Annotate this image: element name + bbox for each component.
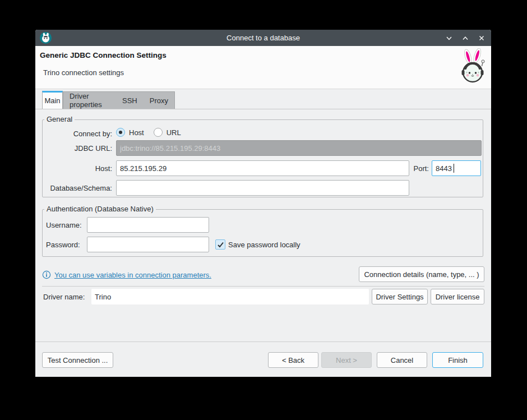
- database-label: Database/Schema:: [43, 184, 112, 192]
- maximize-button[interactable]: [461, 34, 469, 42]
- connection-details-button[interactable]: Connection details (name, type, ... ): [359, 266, 484, 282]
- check-icon: [217, 241, 224, 248]
- page-title: Generic JDBC Connection Settings: [40, 51, 167, 59]
- text-caret: [454, 164, 454, 173]
- chevron-up-icon: [461, 34, 469, 42]
- auth-legend: Authentication (Database Native): [44, 205, 156, 213]
- variables-link[interactable]: You can use variables in connection para…: [54, 271, 211, 279]
- finish-button[interactable]: Finish: [432, 352, 483, 368]
- back-button[interactable]: < Back: [268, 352, 318, 368]
- username-label: Username:: [46, 221, 82, 229]
- url-radio[interactable]: [154, 128, 163, 137]
- host-input[interactable]: [116, 160, 409, 176]
- driver-name-field: [91, 289, 369, 304]
- database-input[interactable]: [116, 180, 409, 196]
- tab-ssh[interactable]: SSH: [116, 92, 144, 109]
- close-button[interactable]: [477, 34, 486, 42]
- host-radio[interactable]: [116, 128, 125, 137]
- minimize-button[interactable]: [445, 34, 453, 42]
- jdbc-url-label: JDBC URL:: [43, 144, 112, 153]
- chevron-down-icon: [445, 34, 453, 42]
- tab-driver-properties[interactable]: Driver properties: [63, 92, 116, 109]
- driver-settings-button[interactable]: Driver Settings: [372, 289, 428, 304]
- next-button: Next >: [321, 352, 372, 368]
- connect-database-dialog: Connect to a database Generic JDBC Conne…: [35, 30, 491, 377]
- save-password-checkbox[interactable]: [215, 239, 225, 250]
- save-password-label[interactable]: Save password locally: [228, 241, 301, 249]
- trino-bunny-logo-icon: [457, 48, 488, 84]
- username-input[interactable]: [87, 217, 209, 233]
- general-legend: General: [44, 115, 75, 123]
- host-label: Host:: [43, 164, 112, 173]
- tab-main[interactable]: Main: [42, 91, 63, 109]
- divider: [42, 286, 484, 287]
- driver-license-button[interactable]: Driver license: [431, 289, 484, 304]
- title-bar[interactable]: Connect to a database: [35, 30, 491, 46]
- info-icon: [42, 270, 51, 279]
- footer-divider: [35, 341, 491, 342]
- tab-main-label: Main: [44, 96, 60, 105]
- window-title: Connect to a database: [35, 34, 491, 42]
- tab-proxy[interactable]: Proxy: [144, 92, 174, 109]
- port-input[interactable]: [432, 160, 481, 176]
- tab-separator: [35, 109, 491, 109]
- close-icon: [478, 34, 486, 42]
- page-subtitle: Trino connection settings: [43, 68, 124, 77]
- cancel-button[interactable]: Cancel: [377, 352, 427, 368]
- host-radio-label[interactable]: Host: [129, 128, 144, 137]
- jdbc-url-field: [116, 140, 482, 156]
- port-label: Port:: [412, 164, 429, 173]
- password-input[interactable]: [87, 237, 209, 252]
- connect-by-label: Connect by:: [43, 130, 112, 138]
- test-connection-button[interactable]: Test Connection ...: [42, 352, 113, 368]
- wizard-header: Generic JDBC Connection Settings Trino c…: [35, 46, 491, 89]
- url-radio-label[interactable]: URL: [167, 128, 181, 137]
- password-label: Password:: [46, 241, 80, 249]
- tab-strip: Driver properties SSH Proxy: [63, 91, 175, 109]
- driver-name-label: Driver name:: [43, 293, 85, 301]
